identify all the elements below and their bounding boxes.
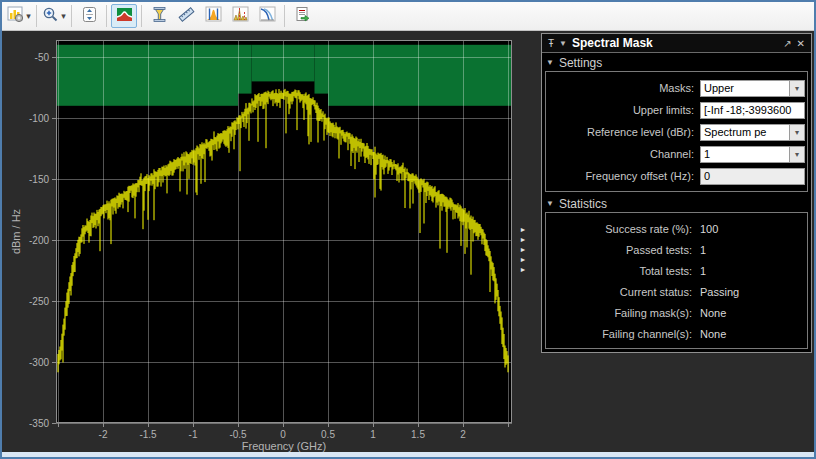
stat-value: 1 xyxy=(700,244,706,256)
reference-level-dbr-select[interactable]: Spectrum pe xyxy=(700,124,790,141)
statistics-row: Failing channel(s):None xyxy=(548,323,805,344)
ccdf-measurements-button[interactable] xyxy=(254,4,280,28)
collapse-arrow-icon: ► xyxy=(520,265,527,275)
chevron-down-icon[interactable]: ▾ xyxy=(26,11,31,21)
distortion-measurements-icon xyxy=(232,6,249,27)
stat-label: Total tests: xyxy=(548,265,700,277)
x-tick-label: -0.5 xyxy=(229,429,247,440)
toolbar-separator xyxy=(36,5,37,27)
dropdown-arrow-icon[interactable]: ▾ xyxy=(790,146,805,163)
panel-title: Spectral Mask xyxy=(572,36,778,50)
upper-limits-input[interactable]: [-Inf -18;-3993600 xyxy=(700,102,805,119)
y-tick-label: -100 xyxy=(29,113,49,124)
y-tick-label: -200 xyxy=(29,235,49,246)
stat-label: Passed tests: xyxy=(548,244,700,256)
spectral-mask-button[interactable] xyxy=(111,4,137,28)
cursor-measurements-icon xyxy=(178,6,195,27)
toolbar-separator xyxy=(71,5,72,27)
pin-icon[interactable]: Ŧ xyxy=(548,38,554,49)
occupied-bandwidth-icon xyxy=(205,6,222,27)
collapse-arrow-icon: ► xyxy=(520,255,527,265)
spectrum-analyzer-window: ▾▾ -2-1.5-1-0.500.511.52-50-100-150-200-… xyxy=(0,0,816,459)
toolbar: ▾▾ xyxy=(2,2,814,31)
y-tick-label: -300 xyxy=(29,357,49,368)
statistics-section-header[interactable]: ▼ Statistics xyxy=(542,194,811,212)
collapse-arrow-icon: ► xyxy=(520,235,527,245)
y-tick-label: -150 xyxy=(29,174,49,185)
stat-label: Failing mask(s): xyxy=(548,307,700,319)
x-tick-label: 2 xyxy=(460,429,466,440)
generate-script-icon xyxy=(294,6,311,27)
settings-header-label: Settings xyxy=(559,56,602,70)
statistics-row: Current status:Passing xyxy=(548,281,805,302)
x-tick-label: 0 xyxy=(280,429,286,440)
y-axis-label: dBm / Hz xyxy=(10,209,22,254)
statistics-row: Total tests:1 xyxy=(548,260,805,281)
x-tick-label: 1.5 xyxy=(411,429,425,440)
zoom-in-icon xyxy=(42,6,59,27)
spectrum-settings-button[interactable]: ▾ xyxy=(6,4,32,28)
stat-label: Current status: xyxy=(548,286,700,298)
client-area: -2-1.5-1-0.500.511.52-50-100-150-200-250… xyxy=(2,31,814,452)
collapse-arrow-icon: ► xyxy=(520,225,527,235)
statistics-row: Success rate (%):100 xyxy=(548,218,805,239)
collapse-arrow-icon: ► xyxy=(520,245,527,255)
settings-groupbox: Masks:Upper▾Upper limits:[-Inf -18;-3993… xyxy=(545,71,808,192)
statistics-row: Passed tests:1 xyxy=(548,239,805,260)
peak-finder-icon xyxy=(151,6,168,27)
x-axis-label: Frequency (GHz) xyxy=(242,440,326,452)
dropdown-arrow-icon[interactable]: ▾ xyxy=(790,80,805,97)
cursor-measurements-button[interactable] xyxy=(173,4,199,28)
fit-to-view-button[interactable] xyxy=(76,4,102,28)
statistics-header-label: Statistics xyxy=(559,197,607,211)
settings-section-header[interactable]: ▼ Settings xyxy=(542,53,811,71)
close-icon[interactable]: ✕ xyxy=(797,38,805,49)
stat-value: None xyxy=(700,328,726,340)
statistics-groupbox: Success rate (%):100Passed tests:1Total … xyxy=(545,212,808,349)
x-tick-label: -2 xyxy=(99,429,108,440)
y-tick-label: -250 xyxy=(29,296,49,307)
x-tick-label: -1.5 xyxy=(139,429,157,440)
spectral-mask-panel: Ŧ ▼ Spectral Mask ↗ ✕ ▼ Settings Masks:U… xyxy=(541,33,812,353)
settings-row: Reference level (dBr):Spectrum pe▾ xyxy=(548,121,805,143)
field-label: Frequency offset (Hz): xyxy=(548,170,700,182)
toolbar-separator xyxy=(141,5,142,27)
distortion-measurements-button[interactable] xyxy=(227,4,253,28)
x-tick-label: 0.5 xyxy=(321,429,335,440)
peak-finder-button[interactable] xyxy=(146,4,172,28)
settings-row: Channel:1▾ xyxy=(548,143,805,165)
masks-select[interactable]: Upper xyxy=(700,80,790,97)
settings-row: Frequency offset (Hz):0 xyxy=(548,165,805,187)
section-collapse-icon: ▼ xyxy=(546,199,554,208)
panel-titlebar: Ŧ ▼ Spectral Mask ↗ ✕ xyxy=(542,34,811,53)
statistics-row: Failing mask(s):None xyxy=(548,302,805,323)
stat-label: Success rate (%): xyxy=(548,223,700,235)
y-tick-label: -50 xyxy=(35,52,50,63)
panel-splitter-handle[interactable]: ►►►►► xyxy=(516,219,530,281)
channel-select[interactable]: 1 xyxy=(700,146,790,163)
generate-script-button[interactable] xyxy=(289,4,315,28)
occupied-bandwidth-button[interactable] xyxy=(200,4,226,28)
field-label: Reference level (dBr): xyxy=(548,126,700,138)
frequency-offset-hz-input[interactable]: 0 xyxy=(700,168,805,185)
x-tick-label: -1 xyxy=(189,429,198,440)
dropdown-arrow-icon[interactable]: ▾ xyxy=(790,124,805,141)
settings-row: Upper limits:[-Inf -18;-3993600 xyxy=(548,99,805,121)
field-label: Upper limits: xyxy=(548,104,700,116)
undock-icon[interactable]: ↗ xyxy=(783,38,791,49)
section-collapse-icon: ▼ xyxy=(546,58,554,67)
stat-value: 1 xyxy=(700,265,706,277)
chevron-down-icon[interactable]: ▾ xyxy=(61,11,66,21)
ccdf-measurements-icon xyxy=(259,6,276,27)
stat-label: Failing channel(s): xyxy=(548,328,700,340)
window-bottom-strip xyxy=(2,452,814,457)
fit-to-view-icon xyxy=(81,6,98,27)
stat-value: Passing xyxy=(700,286,739,298)
field-label: Channel: xyxy=(548,148,700,160)
toolbar-separator xyxy=(284,5,285,27)
spectrum-settings-icon xyxy=(7,6,24,27)
y-tick-label: -350 xyxy=(29,418,49,429)
stat-value: None xyxy=(700,307,726,319)
zoom-in-button[interactable]: ▾ xyxy=(41,4,67,28)
panel-collapse-icon[interactable]: ▼ xyxy=(559,39,567,48)
